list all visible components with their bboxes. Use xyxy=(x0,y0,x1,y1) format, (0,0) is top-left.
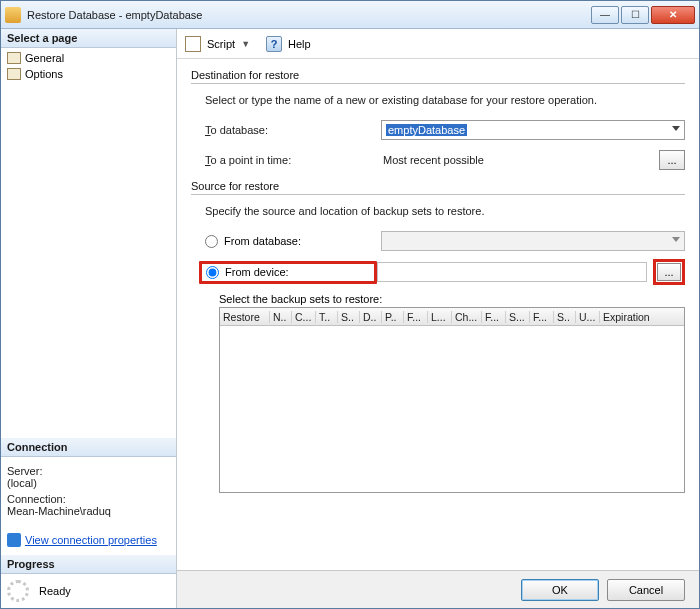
from-device-radio-label[interactable]: From device: xyxy=(206,266,370,279)
progress-spinner-icon xyxy=(7,580,29,602)
backup-sets-grid[interactable]: Restore N.. C... T.. S.. D.. P.. F... L.… xyxy=(219,307,685,493)
source-desc: Specify the source and location of backu… xyxy=(205,205,685,217)
help-button[interactable]: Help xyxy=(288,38,311,50)
ok-button[interactable]: OK xyxy=(521,579,599,601)
left-panel: Select a page General Options Connection… xyxy=(1,29,177,608)
from-device-browse-highlight: ... xyxy=(653,259,685,285)
page-options[interactable]: Options xyxy=(1,66,176,82)
toolbar: Script ▼ ? Help xyxy=(177,29,699,59)
source-title: Source for restore xyxy=(191,180,685,192)
progress-status: Ready xyxy=(39,585,71,597)
dialog-footer: OK Cancel xyxy=(177,570,699,608)
point-in-time-value: Most recent possible xyxy=(381,150,653,170)
connection-label: Connection: xyxy=(7,493,170,505)
script-button[interactable]: Script xyxy=(207,38,235,50)
grid-header: Restore N.. C... T.. S.. D.. P.. F... L.… xyxy=(220,308,684,326)
from-device-browse-button[interactable]: ... xyxy=(657,263,681,281)
destination-title: Destination for restore xyxy=(191,69,685,81)
page-general[interactable]: General xyxy=(1,50,176,66)
help-icon: ? xyxy=(266,36,282,52)
to-database-label: To database: xyxy=(205,124,381,136)
from-device-radio[interactable] xyxy=(206,266,219,279)
select-page-header: Select a page xyxy=(1,29,176,48)
from-device-textbox[interactable] xyxy=(377,262,647,282)
backup-sets-label: Select the backup sets to restore: xyxy=(219,293,685,305)
page-icon xyxy=(7,52,21,64)
to-database-combo[interactable]: emptyDatabase xyxy=(381,120,685,140)
chevron-down-icon xyxy=(672,126,680,131)
from-device-highlight: From device: xyxy=(199,261,377,284)
progress-header: Progress xyxy=(1,555,176,574)
maximize-button[interactable]: ☐ xyxy=(621,6,649,24)
server-value: (local) xyxy=(7,477,170,489)
titlebar[interactable]: Restore Database - emptyDatabase — ☐ ✕ xyxy=(1,1,699,29)
destination-desc: Select or type the name of a new or exis… xyxy=(205,94,685,106)
database-icon xyxy=(5,7,21,23)
right-panel: Script ▼ ? Help Destination for restore … xyxy=(177,29,699,608)
view-connection-properties-link[interactable]: View connection properties xyxy=(25,534,157,546)
from-database-combo xyxy=(381,231,685,251)
minimize-button[interactable]: — xyxy=(591,6,619,24)
server-label: Server: xyxy=(7,465,170,477)
point-in-time-browse-button[interactable]: ... xyxy=(659,150,685,170)
from-database-radio-label[interactable]: From database: xyxy=(205,235,381,248)
close-button[interactable]: ✕ xyxy=(651,6,695,24)
properties-icon xyxy=(7,533,21,547)
connection-value: Mean-Machine\raduq xyxy=(7,505,170,517)
script-icon xyxy=(185,36,201,52)
chevron-down-icon xyxy=(672,237,680,242)
from-database-radio[interactable] xyxy=(205,235,218,248)
window-title: Restore Database - emptyDatabase xyxy=(27,9,591,21)
cancel-button[interactable]: Cancel xyxy=(607,579,685,601)
connection-header: Connection xyxy=(1,438,176,457)
to-database-value: emptyDatabase xyxy=(386,124,467,136)
script-dropdown-icon[interactable]: ▼ xyxy=(241,39,250,49)
restore-database-dialog: Restore Database - emptyDatabase — ☐ ✕ S… xyxy=(0,0,700,609)
point-in-time-label: To a point in time: xyxy=(205,154,381,166)
page-icon xyxy=(7,68,21,80)
